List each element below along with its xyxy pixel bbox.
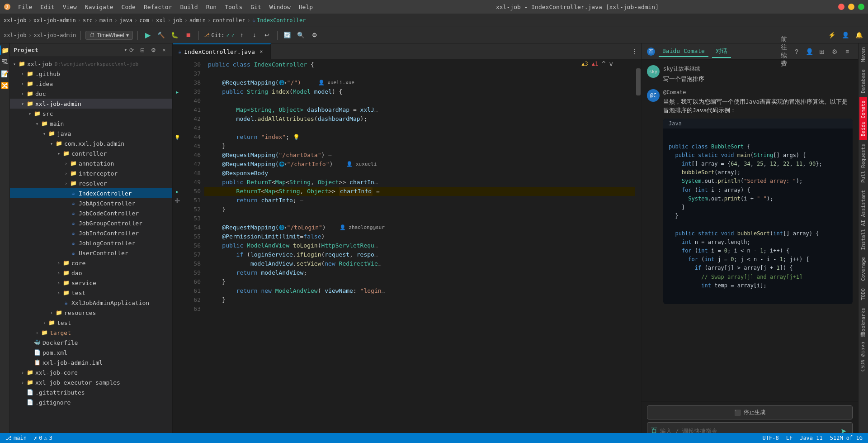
tree-job-info[interactable]: ☕ JobInfoController [10,228,172,238]
menu-build[interactable]: Build [177,3,202,11]
code-line-62[interactable]: } [204,295,635,305]
gutter-add[interactable]: ➕ [173,196,182,205]
tree-job-group[interactable]: ☕ JobGroupController [10,218,172,228]
tree-app[interactable]: ☕ XxlJobAdminApplication [10,298,172,308]
tree-job-api[interactable]: ☕ JobApiController [10,198,172,208]
code-line-52[interactable]: } [204,205,635,214]
code-line-30[interactable]: public class IndexController { [204,60,635,69]
code-line-41[interactable]: Map<String, Object> dashboardMap = xxlJ … [204,105,635,114]
timewheel-btn[interactable]: ⏱ TimeWheel ▾ [85,31,132,40]
collapse-all-btn[interactable]: ⊟ [138,46,147,55]
close-panel-btn[interactable]: × [160,46,169,55]
code-line-42[interactable]: model . addAllAttributes ( dashboardMap … [204,114,635,124]
tree-test[interactable]: › 📁 test [10,288,172,298]
tree-service[interactable]: › 📁 service [10,278,172,288]
ai-stop-btn[interactable]: ⬛ 停止生成 [647,405,853,419]
menu-tools[interactable]: Tools [221,3,246,11]
code-content[interactable]: ▲3 ▲1 ^ v public class IndexController { [204,59,635,439]
bc-xxl-job[interactable]: xxl-job [4,17,27,24]
file-tree[interactable]: ▾ 📁 xxl-job D:\wenjian\workspace\xxl-job… [10,57,172,443]
menu-file[interactable]: File [14,3,36,11]
tab-index-controller[interactable]: ☕ IndexController.java × [173,43,271,59]
scrollbar-thumb[interactable] [636,68,641,95]
tree-gitignore[interactable]: 📄 .gitignore [10,397,172,407]
tree-job-code[interactable]: ☕ JobCodeController [10,208,172,218]
far-right-csdn[interactable]: CSDN @java编 [859,338,868,375]
tree-xxl-core[interactable]: › 📁 xxl-job-core [10,367,172,377]
git-push-btn[interactable]: ↑ [236,30,247,41]
ai-tab-baidu-comate[interactable]: Baidu Comate [659,46,708,57]
far-right-database[interactable]: Database [859,66,867,97]
status-errors[interactable]: ✗ 0 ⚠ 3 [32,433,54,443]
minimize-btn[interactable] [848,4,854,10]
code-line-60[interactable]: } [204,277,635,286]
tree-job-log[interactable]: ☕ JobLogController [10,238,172,248]
sync-files-btn[interactable]: ⟳ [127,46,136,55]
menu-view[interactable]: View [59,3,80,11]
tree-executor[interactable]: › 📁 xxl-job-executor-samples [10,377,172,387]
gutter-warn[interactable]: 💡 [173,133,182,142]
ai-user-btn[interactable]: 👤 [804,46,815,57]
tab-menu-btn[interactable]: ⋮ [628,43,641,59]
tree-interceptor[interactable]: › 📁 interceptor [10,168,172,178]
tree-controller[interactable]: ▾ 📁 controller [10,148,172,158]
bc-xxl-job-admin[interactable]: xxl-job-admin [33,17,76,24]
code-line-50[interactable]: ReturnT < Map < String , Object >> chart… [204,187,635,196]
tree-target[interactable]: › 📁 target [10,328,172,338]
git-pull-btn[interactable]: ↓ [249,30,260,41]
tree-pom[interactable]: 📄 pom.xml [10,348,172,357]
far-right-coverage[interactable]: Coverage [859,253,867,285]
ai-grid-btn[interactable]: ⊞ [816,46,827,57]
code-line-40[interactable] [204,96,635,105]
tree-doc[interactable]: › 📁 doc [10,89,172,99]
status-encoding[interactable]: UTF-8 [761,433,781,443]
bc-admin[interactable]: admin [189,17,206,24]
panel-dropdown[interactable]: ▾ [124,47,127,53]
tree-src[interactable]: ▾ 📁 src [10,109,172,119]
tree-xxl-job-admin[interactable]: ▾ 📁 xxl-job-admin [10,99,172,109]
code-line-46[interactable]: @RequestMapping( "/chartData" ) — [204,151,635,160]
warnings-down[interactable]: v [609,60,613,67]
notification-btn[interactable]: 🔔 [854,30,864,41]
tree-user-ctrl[interactable]: ☕ UserController [10,248,172,258]
menu-window[interactable]: Window [266,3,294,11]
bc-java[interactable]: java [119,17,132,24]
far-right-baidu-comate[interactable]: Baidu Comate [859,97,867,140]
ai-help-btn[interactable]: ? [791,46,802,57]
code-line-56[interactable]: public ModelAndView toLogin ( HttpServle… [204,241,635,250]
far-right-pull-requests[interactable]: Pull Requests [859,140,867,186]
bc-main[interactable]: main [99,17,113,24]
settings-panel-btn[interactable]: ⚙ [149,46,158,55]
activity-structure[interactable]: 🏗 [0,57,10,67]
far-right-todo[interactable]: TODO [859,285,867,304]
gutter-run[interactable]: ▶ [173,87,182,96]
bc-job[interactable]: job [173,17,183,24]
tree-dao[interactable]: › 📁 dao [10,268,172,278]
code-line-44[interactable]: return "index" ; 💡 [204,133,635,142]
close-btn[interactable] [838,4,844,10]
tree-iml[interactable]: 📋 xxl-job-admin.iml [10,357,172,367]
tree-gitattr[interactable]: 📄 .gitattributes [10,387,172,397]
tree-main[interactable]: ▾ 📁 main [10,119,172,129]
ai-renew-btn[interactable]: 前往续费 [778,46,789,57]
lightbulb-44[interactable]: 💡 [293,133,300,142]
code-line-49[interactable]: public ReturnT < Map < String , Object >… [204,178,635,187]
tree-dockerfile[interactable]: 🐳 Dockerfile [10,338,172,348]
bc-com[interactable]: com [139,17,149,24]
code-line-55[interactable]: @PermissionLimit( limit = false ) [204,232,635,241]
code-line-58[interactable]: modelAndView . setView ( new RedirectVie… [204,259,635,268]
ai-menu-btn[interactable]: ≡ [842,46,853,57]
tree-test2[interactable]: › 📁 test [10,318,172,328]
far-right-bookmarks[interactable]: Bookmarks [859,304,867,338]
gutter-run2[interactable]: ▶ [173,187,182,196]
stop-btn[interactable]: ⏹ [183,30,194,41]
menu-git[interactable]: Git [247,3,264,11]
tree-idea[interactable]: › 📁 .idea [10,79,172,89]
code-line-47[interactable]: @RequestMapping( 🌐 ▾ "/chartInfo" ) 👤 xu… [204,160,635,169]
activity-commit[interactable]: 📝 [0,69,10,79]
settings-toolbar-btn[interactable]: ⚙ [309,30,320,41]
tree-core[interactable]: › 📁 core [10,258,172,268]
profile-btn[interactable]: 👤 [840,30,851,41]
tree-github[interactable]: › 📁 .github [10,69,172,79]
code-line-54[interactable]: @RequestMapping( 🌐 ▾ "/toLogin" ) 👤 zhao… [204,223,635,232]
